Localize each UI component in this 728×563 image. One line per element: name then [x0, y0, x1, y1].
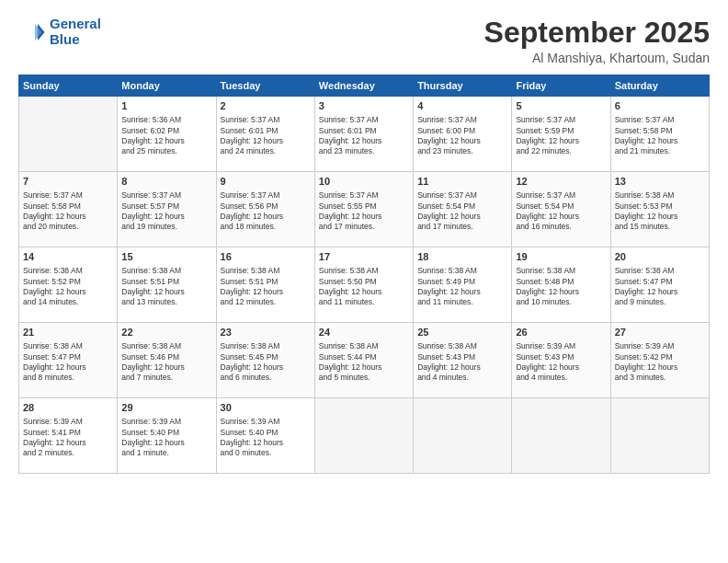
day-number: 27 — [615, 326, 705, 339]
page: General Blue September 2025 Al Manshiya,… — [0, 0, 728, 563]
week-row-2: 7Sunrise: 5:37 AM Sunset: 5:58 PM Daylig… — [19, 172, 710, 247]
location-subtitle: Al Manshiya, Khartoum, Sudan — [484, 51, 710, 65]
calendar-cell: 17Sunrise: 5:38 AM Sunset: 5:50 PM Dayli… — [314, 247, 413, 323]
calendar-cell: 10Sunrise: 5:37 AM Sunset: 5:55 PM Dayli… — [314, 172, 413, 247]
cell-info: Sunrise: 5:39 AM Sunset: 5:40 PM Dayligh… — [121, 417, 211, 459]
day-number: 16 — [221, 250, 311, 264]
calendar-cell: 9Sunrise: 5:37 AM Sunset: 5:56 PM Daylig… — [216, 172, 314, 247]
cell-info: Sunrise: 5:37 AM Sunset: 5:58 PM Dayligh… — [23, 190, 113, 233]
day-number: 23 — [221, 326, 311, 339]
cell-info: Sunrise: 5:37 AM Sunset: 5:57 PM Dayligh… — [121, 190, 211, 233]
cell-info: Sunrise: 5:38 AM Sunset: 5:47 PM Dayligh… — [615, 266, 705, 308]
cell-info: Sunrise: 5:36 AM Sunset: 6:02 PM Dayligh… — [121, 115, 211, 157]
header-day-thursday: Thursday — [414, 75, 512, 97]
calendar-cell — [610, 398, 709, 474]
cell-info: Sunrise: 5:37 AM Sunset: 5:55 PM Dayligh… — [319, 190, 409, 233]
calendar-cell: 18Sunrise: 5:38 AM Sunset: 5:49 PM Dayli… — [414, 247, 512, 323]
logo-text: General Blue — [50, 17, 101, 47]
cell-info: Sunrise: 5:37 AM Sunset: 6:00 PM Dayligh… — [417, 115, 507, 157]
day-number: 7 — [23, 175, 113, 189]
calendar-cell: 23Sunrise: 5:38 AM Sunset: 5:45 PM Dayli… — [216, 323, 314, 398]
cell-info: Sunrise: 5:37 AM Sunset: 5:59 PM Dayligh… — [516, 115, 606, 157]
day-number: 1 — [121, 99, 211, 113]
calendar-cell: 2Sunrise: 5:37 AM Sunset: 6:01 PM Daylig… — [216, 97, 314, 172]
header-day-sunday: Sunday — [19, 75, 118, 97]
calendar-cell — [19, 97, 118, 172]
cell-info: Sunrise: 5:38 AM Sunset: 5:53 PM Dayligh… — [615, 190, 705, 233]
logo-icon — [18, 18, 46, 46]
cell-info: Sunrise: 5:38 AM Sunset: 5:48 PM Dayligh… — [516, 266, 606, 308]
calendar-cell: 8Sunrise: 5:37 AM Sunset: 5:57 PM Daylig… — [118, 172, 216, 247]
cell-info: Sunrise: 5:38 AM Sunset: 5:51 PM Dayligh… — [221, 266, 311, 308]
day-number: 17 — [319, 250, 409, 264]
calendar-cell: 25Sunrise: 5:38 AM Sunset: 5:43 PM Dayli… — [414, 323, 512, 398]
cell-info: Sunrise: 5:38 AM Sunset: 5:43 PM Dayligh… — [417, 341, 507, 384]
day-number: 18 — [417, 250, 507, 264]
header-day-saturday: Saturday — [610, 75, 709, 97]
cell-info: Sunrise: 5:37 AM Sunset: 6:01 PM Dayligh… — [221, 115, 311, 157]
cell-info: Sunrise: 5:37 AM Sunset: 5:58 PM Dayligh… — [615, 115, 705, 157]
cell-info: Sunrise: 5:37 AM Sunset: 5:54 PM Dayligh… — [516, 190, 606, 233]
cell-info: Sunrise: 5:38 AM Sunset: 5:51 PM Dayligh… — [121, 266, 211, 308]
day-number: 19 — [516, 250, 606, 264]
cell-info: Sunrise: 5:38 AM Sunset: 5:46 PM Dayligh… — [121, 341, 211, 384]
calendar-cell: 6Sunrise: 5:37 AM Sunset: 5:58 PM Daylig… — [610, 97, 709, 172]
calendar-cell — [414, 398, 512, 474]
cell-info: Sunrise: 5:38 AM Sunset: 5:49 PM Dayligh… — [417, 266, 507, 308]
day-number: 3 — [319, 99, 409, 113]
week-row-4: 21Sunrise: 5:38 AM Sunset: 5:47 PM Dayli… — [19, 323, 710, 398]
cell-info: Sunrise: 5:39 AM Sunset: 5:41 PM Dayligh… — [23, 417, 113, 459]
day-number: 9 — [221, 175, 311, 189]
calendar-cell: 5Sunrise: 5:37 AM Sunset: 5:59 PM Daylig… — [512, 97, 610, 172]
day-number: 11 — [417, 175, 507, 189]
day-number: 21 — [23, 326, 113, 339]
header-day-wednesday: Wednesday — [314, 75, 413, 97]
cell-info: Sunrise: 5:37 AM Sunset: 6:01 PM Dayligh… — [319, 115, 409, 157]
calendar-cell: 3Sunrise: 5:37 AM Sunset: 6:01 PM Daylig… — [314, 97, 413, 172]
day-number: 26 — [516, 326, 606, 339]
day-number: 14 — [23, 250, 113, 264]
day-number: 5 — [516, 99, 606, 113]
header-day-monday: Monday — [118, 75, 216, 97]
month-title: September 2025 — [484, 17, 710, 49]
day-number: 13 — [615, 175, 705, 189]
header: General Blue September 2025 Al Manshiya,… — [18, 17, 710, 65]
day-number: 30 — [221, 401, 311, 415]
calendar-cell: 11Sunrise: 5:37 AM Sunset: 5:54 PM Dayli… — [414, 172, 512, 247]
week-row-5: 28Sunrise: 5:39 AM Sunset: 5:41 PM Dayli… — [19, 398, 710, 474]
calendar-header: SundayMondayTuesdayWednesdayThursdayFrid… — [19, 75, 710, 97]
calendar-cell: 21Sunrise: 5:38 AM Sunset: 5:47 PM Dayli… — [19, 323, 118, 398]
cell-info: Sunrise: 5:39 AM Sunset: 5:43 PM Dayligh… — [516, 341, 606, 384]
header-row: SundayMondayTuesdayWednesdayThursdayFrid… — [19, 75, 710, 97]
calendar-cell: 7Sunrise: 5:37 AM Sunset: 5:58 PM Daylig… — [19, 172, 118, 247]
day-number: 25 — [417, 326, 507, 339]
calendar-cell: 12Sunrise: 5:37 AM Sunset: 5:54 PM Dayli… — [512, 172, 610, 247]
calendar-cell: 29Sunrise: 5:39 AM Sunset: 5:40 PM Dayli… — [118, 398, 216, 474]
cell-info: Sunrise: 5:38 AM Sunset: 5:50 PM Dayligh… — [319, 266, 409, 308]
calendar-table: SundayMondayTuesdayWednesdayThursdayFrid… — [18, 75, 710, 474]
day-number: 20 — [615, 250, 705, 264]
day-number: 15 — [121, 250, 211, 264]
calendar-cell: 22Sunrise: 5:38 AM Sunset: 5:46 PM Dayli… — [118, 323, 216, 398]
calendar-cell: 13Sunrise: 5:38 AM Sunset: 5:53 PM Dayli… — [610, 172, 709, 247]
cell-info: Sunrise: 5:37 AM Sunset: 5:54 PM Dayligh… — [417, 190, 507, 233]
cell-info: Sunrise: 5:38 AM Sunset: 5:44 PM Dayligh… — [319, 341, 409, 384]
calendar-cell: 19Sunrise: 5:38 AM Sunset: 5:48 PM Dayli… — [512, 247, 610, 323]
day-number: 6 — [615, 99, 705, 113]
cell-info: Sunrise: 5:38 AM Sunset: 5:47 PM Dayligh… — [23, 341, 113, 384]
calendar-cell: 15Sunrise: 5:38 AM Sunset: 5:51 PM Dayli… — [118, 247, 216, 323]
cell-info: Sunrise: 5:37 AM Sunset: 5:56 PM Dayligh… — [221, 190, 311, 233]
calendar-cell: 24Sunrise: 5:38 AM Sunset: 5:44 PM Dayli… — [314, 323, 413, 398]
calendar-cell: 14Sunrise: 5:38 AM Sunset: 5:52 PM Dayli… — [19, 247, 118, 323]
calendar-cell: 1Sunrise: 5:36 AM Sunset: 6:02 PM Daylig… — [118, 97, 216, 172]
title-block: September 2025 Al Manshiya, Khartoum, Su… — [484, 17, 710, 65]
cell-info: Sunrise: 5:39 AM Sunset: 5:40 PM Dayligh… — [221, 417, 311, 459]
calendar-cell — [314, 398, 413, 474]
header-day-friday: Friday — [512, 75, 610, 97]
logo: General Blue — [18, 17, 101, 47]
day-number: 8 — [121, 175, 211, 189]
day-number: 24 — [319, 326, 409, 339]
week-row-1: 1Sunrise: 5:36 AM Sunset: 6:02 PM Daylig… — [19, 97, 710, 172]
day-number: 10 — [319, 175, 409, 189]
day-number: 22 — [121, 326, 211, 339]
